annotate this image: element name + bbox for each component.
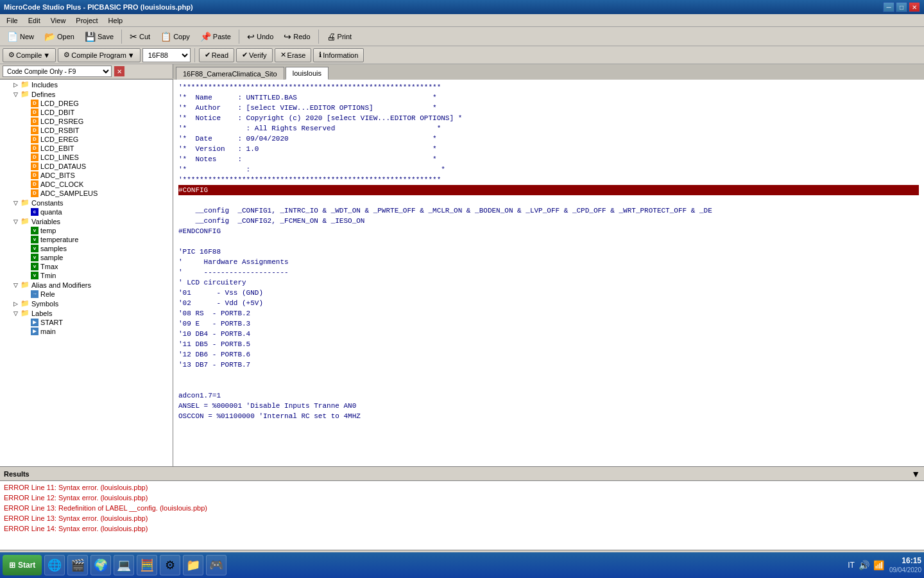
redo-button[interactable]: ↪ Redo bbox=[279, 29, 314, 44]
tab-camera[interactable]: 16F88_CameraClimatica_Sito bbox=[176, 67, 284, 80]
c-icon: c bbox=[31, 208, 38, 216]
cut-button[interactable]: ✂ Cut bbox=[125, 29, 155, 44]
menu-edit[interactable]: Edit bbox=[24, 16, 44, 25]
network-icon: 🔊 bbox=[859, 560, 869, 570]
taskbar-icon-app[interactable]: 🎮 bbox=[206, 555, 227, 575]
taskbar-icon-ie[interactable]: 🌐 bbox=[44, 555, 65, 575]
sidebar-item-lcd_dreg[interactable]: DLCD_DREG bbox=[0, 99, 173, 108]
expand-alias: ▽ bbox=[10, 282, 21, 288]
sidebar-item-defines[interactable]: ▽ 📁 Defines bbox=[0, 89, 173, 99]
erase-button[interactable]: ✕ Erase bbox=[275, 48, 312, 62]
taskbar-icon-folder[interactable]: 📁 bbox=[183, 555, 203, 575]
print-icon: 🖨 bbox=[327, 31, 336, 42]
separator-4 bbox=[194, 48, 195, 62]
code-editor[interactable]: '***************************************… bbox=[173, 80, 924, 466]
sidebar-item-variables[interactable]: ▽ 📁 Variables bbox=[0, 216, 173, 226]
taskbar-icon-media[interactable]: 🎬 bbox=[67, 555, 88, 575]
start-icon: ▶ bbox=[31, 319, 38, 326]
expand-labels: ▽ bbox=[10, 310, 21, 317]
paste-icon: 📌 bbox=[200, 31, 211, 42]
menu-bar: File Edit View Project Help bbox=[0, 14, 924, 27]
sidebar-item-symbols[interactable]: ▷ 📁 Symbols bbox=[0, 299, 173, 308]
taskbar-icon-calc[interactable]: 🧮 bbox=[137, 555, 157, 575]
window-title: MicroCode Studio Plus - PICBASIC PRO (lo… bbox=[4, 3, 193, 11]
results-close-button[interactable]: ▼ bbox=[911, 469, 920, 479]
sidebar-item-tmax[interactable]: vTmax bbox=[0, 262, 173, 271]
sidebar-item-adc_sampleus[interactable]: DADC_SAMPLEUS bbox=[0, 189, 173, 198]
save-button[interactable]: 💾 Save bbox=[80, 29, 118, 44]
folder-constants-icon: 📁 bbox=[21, 198, 30, 207]
save-icon: 💾 bbox=[85, 31, 96, 42]
sidebar-item-rele[interactable]: → Rele bbox=[0, 290, 173, 299]
new-button[interactable]: 📄 New bbox=[3, 29, 38, 44]
menu-project[interactable]: Project bbox=[72, 16, 101, 25]
information-button[interactable]: ℹ Information bbox=[313, 48, 364, 62]
error-line: ERROR Line 13: Redefinition of LABEL __c… bbox=[4, 503, 920, 513]
error-line: ERROR Line 13: Syntax error. (louislouis… bbox=[4, 513, 920, 523]
window-controls: ─ □ ✕ bbox=[883, 2, 920, 12]
sys-tray: IT 🔊 📶 bbox=[848, 560, 884, 570]
sidebar-item-labels[interactable]: ▽ 📁 Labels bbox=[0, 308, 173, 318]
code-close-button[interactable]: ✕ bbox=[114, 66, 124, 76]
undo-button[interactable]: ↩ Undo bbox=[243, 29, 278, 44]
verify-button[interactable]: ✔ Verify bbox=[236, 48, 273, 62]
maximize-button[interactable]: □ bbox=[896, 2, 907, 12]
sidebar-item-lcd_lines[interactable]: DLCD_LINES bbox=[0, 153, 173, 162]
copy-button[interactable]: 📋 Copy bbox=[156, 29, 194, 44]
sidebar-item-lcd_rsreg[interactable]: DLCD_RSREG bbox=[0, 117, 173, 126]
paste-button[interactable]: 📌 Paste bbox=[196, 29, 235, 44]
sidebar-item-lcd_ereg[interactable]: DLCD_EREG bbox=[0, 135, 173, 144]
sidebar-item-lcd_rsbit[interactable]: DLCD_RSBIT bbox=[0, 126, 173, 135]
sidebar-item-lcd_ebit[interactable]: DLCD_EBIT bbox=[0, 144, 173, 153]
close-button[interactable]: ✕ bbox=[909, 2, 920, 12]
title-bar: MicroCode Studio Plus - PICBASIC PRO (lo… bbox=[0, 0, 924, 14]
chip-select[interactable]: 16F88 16F877A 18F4520 bbox=[142, 48, 191, 62]
code-mode-select[interactable]: Code Compile Only - F9 Code + Assembler bbox=[3, 66, 112, 77]
sidebar-item-adc_clock[interactable]: DADC_CLOCK bbox=[0, 180, 173, 189]
results-content: ERROR Line 11: Syntax error. (louislouis… bbox=[0, 481, 924, 550]
sidebar-item-temperature[interactable]: vtemperature bbox=[0, 235, 173, 244]
open-icon: 📂 bbox=[44, 31, 55, 42]
start-button[interactable]: ⊞ Start bbox=[3, 555, 42, 575]
read-button[interactable]: ✔ Read bbox=[199, 48, 234, 62]
taskbar-icon-browser[interactable]: 🌍 bbox=[90, 555, 111, 575]
minimize-button[interactable]: ─ bbox=[883, 2, 894, 12]
folder-defines-icon: 📁 bbox=[21, 90, 30, 98]
sidebar-item-main[interactable]: ▶ main bbox=[0, 327, 173, 336]
sidebar-item-start[interactable]: ▶ START bbox=[0, 318, 173, 327]
undo-icon: ↩ bbox=[247, 31, 255, 42]
print-button[interactable]: 🖨 Print bbox=[322, 29, 357, 44]
sidebar-item-temp[interactable]: vtemp bbox=[0, 226, 173, 235]
code-content: '***************************************… bbox=[173, 80, 924, 424]
open-button[interactable]: 📂 Open bbox=[40, 29, 79, 44]
cut-icon: ✂ bbox=[130, 31, 137, 42]
new-icon: 📄 bbox=[7, 31, 18, 42]
menu-view[interactable]: View bbox=[47, 16, 70, 25]
error-line: ERROR Line 14: Syntax error. (louislouis… bbox=[4, 523, 920, 534]
clock-date: 09/04/2020 bbox=[889, 566, 921, 574]
sidebar-item-alias[interactable]: ▽ 📁 Alias and Modifiers bbox=[0, 280, 173, 290]
sidebar-item-quanta[interactable]: c quanta bbox=[0, 207, 173, 216]
sidebar-item-sample[interactable]: vsample bbox=[0, 253, 173, 262]
error-line: ERROR Line 12: Syntax error. (louislouis… bbox=[4, 493, 920, 503]
menu-file[interactable]: File bbox=[3, 16, 22, 25]
taskbar-icon-computer[interactable]: 💻 bbox=[114, 555, 134, 575]
sidebar-item-constants[interactable]: ▽ 📁 Constants bbox=[0, 198, 173, 207]
code-mode-bar: Code Compile Only - F9 Code + Assembler … bbox=[0, 64, 173, 78]
read-icon: ✔ bbox=[205, 51, 210, 59]
taskbar-left: ⊞ Start 🌐 🎬 🌍 💻 🧮 ⚙ 📁 🎮 bbox=[3, 555, 227, 575]
sidebar-item-includes[interactable]: ▷ 📁 Includes bbox=[0, 80, 173, 89]
tab-louislouis[interactable]: louislouis bbox=[286, 67, 329, 80]
sidebar-item-adc_bits[interactable]: DADC_BITS bbox=[0, 171, 173, 180]
compile-program-button[interactable]: ⚙ Compile Program ▼ bbox=[58, 48, 140, 62]
sidebar-item-lcd_dbit[interactable]: DLCD_DBIT bbox=[0, 108, 173, 117]
taskbar-icon-settings[interactable]: ⚙ bbox=[160, 555, 180, 575]
taskbar: ⊞ Start 🌐 🎬 🌍 💻 🧮 ⚙ 📁 🎮 IT 🔊 📶 16:15 09/… bbox=[0, 552, 924, 578]
compile-button[interactable]: ⚙ Compile ▼ bbox=[3, 48, 56, 62]
sidebar-item-tmin[interactable]: vTmin bbox=[0, 271, 173, 280]
sidebar-item-samples[interactable]: vsamples bbox=[0, 244, 173, 253]
separator-2 bbox=[239, 30, 239, 44]
menu-help[interactable]: Help bbox=[105, 16, 127, 25]
clock: 16:15 09/04/2020 bbox=[889, 556, 921, 575]
sidebar-item-lcd_dataus[interactable]: DLCD_DATAUS bbox=[0, 162, 173, 171]
